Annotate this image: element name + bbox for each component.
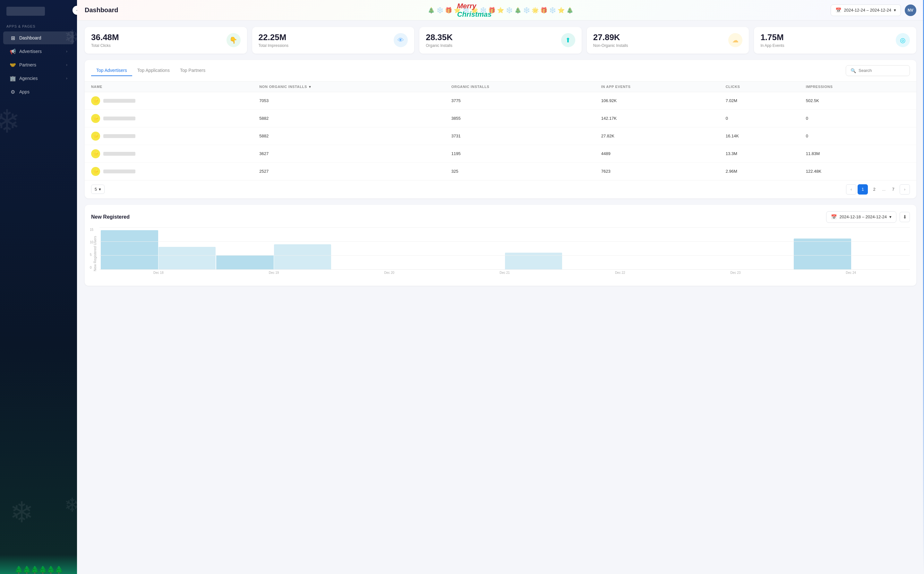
stat-card-non-organic-installs: 27.89K Non-Organic Installs ☁: [587, 27, 749, 54]
tab-top-applications[interactable]: Top Applications: [132, 65, 175, 76]
search-input[interactable]: [858, 68, 905, 73]
data-table: NAMENON ORGANIC INSTALLS▼ORGANIC INSTALL…: [85, 82, 916, 180]
page-title: Dashboard: [85, 6, 118, 14]
sort-icon: ▼: [308, 85, 312, 88]
table-row: ⭐ 2527 325 7623 2.96M 122.48K: [85, 162, 916, 180]
tab-top-advertisers[interactable]: Top Advertisers: [91, 65, 132, 76]
pagination-bar: 5 ▾ ‹12...7›: [85, 180, 916, 199]
cell-name: ⭐: [85, 109, 253, 127]
cell-name: ⭐: [85, 162, 253, 180]
sidebar-item-label: Dashboard: [19, 35, 68, 41]
chart-bar-group: [216, 244, 331, 269]
sidebar-item-advertisers[interactable]: 📢 Advertisers ›: [3, 45, 74, 58]
stat-icon: ☁: [728, 33, 742, 47]
user-avatar[interactable]: NV: [905, 5, 916, 16]
agencies-icon: 🏢: [9, 75, 16, 82]
x-tick: Dec 22: [563, 271, 678, 274]
table-row: ⭐ 5882 3855 142.17K 0 0: [85, 109, 916, 127]
calendar-icon: 📅: [831, 214, 837, 220]
row-avatar: ⭐: [91, 167, 100, 176]
calendar-icon: 📅: [836, 7, 842, 13]
chart-bar: [794, 238, 851, 269]
stat-card-total-impressions: 22.25M Total Impressions 👁: [252, 27, 415, 54]
chevron-right-icon: ›: [66, 49, 68, 54]
sidebar-item-label: Apps: [19, 89, 68, 95]
section-header: New Registered 📅 2024-12-18 – 2024-12-24…: [91, 211, 910, 223]
stat-info: 36.48M Total Clicks: [91, 33, 119, 48]
chart-bar: [274, 244, 332, 269]
chart-bar-group: [794, 238, 908, 269]
per-page-select[interactable]: 5 ▾: [91, 184, 105, 194]
stat-info: 27.89K Non-Organic Installs: [593, 33, 628, 48]
partners-icon: 🤝: [9, 62, 16, 68]
stat-value: 28.35K: [426, 33, 453, 42]
table-tabs: Top AdvertisersTop ApplicationsTop Partn…: [91, 65, 211, 76]
chart-bar: [101, 230, 158, 269]
cell-name: ⭐: [85, 92, 253, 109]
chevron-right-icon: ›: [66, 63, 68, 67]
chevron-down-icon: ▾: [99, 187, 101, 192]
cell-clicks: 7.02M: [719, 92, 800, 109]
cell-organic: 3855: [445, 109, 595, 127]
pagination-next-button[interactable]: ›: [900, 184, 910, 194]
chart-date-range-picker[interactable]: 📅 2024-12-18 – 2024-12-24 ▾: [826, 211, 896, 223]
cell-clicks: 2.96M: [719, 162, 800, 180]
pagination-prev-button[interactable]: ‹: [846, 184, 856, 194]
col-header-in-app-events: IN APP EVENTS: [595, 82, 719, 92]
chart-date-range-value: 2024-12-18 – 2024-12-24: [840, 214, 887, 219]
sidebar-item-agencies[interactable]: 🏢 Agencies ›: [3, 72, 74, 85]
stats-row: 36.48M Total Clicks 👇 22.25M Total Impre…: [85, 27, 916, 54]
stat-label: Non-Organic Installs: [593, 43, 628, 48]
tab-top-partners[interactable]: Top Partners: [175, 65, 211, 76]
pagination-ellipsis: ...: [881, 187, 887, 192]
col-header-organic-installs: ORGANIC INSTALLS: [445, 82, 595, 92]
stat-icon: 👇: [226, 33, 240, 47]
cell-impressions: 122.48K: [800, 162, 916, 180]
pagination-page-2[interactable]: 2: [869, 184, 879, 194]
row-avatar: ⭐: [91, 96, 100, 105]
cell-non-organic: 3627: [253, 145, 445, 162]
cell-impressions: 0: [800, 109, 916, 127]
pagination-page-7[interactable]: 7: [888, 184, 898, 194]
sidebar-item-partners[interactable]: 🤝 Partners ›: [3, 58, 74, 71]
sidebar-item-label: Agencies: [19, 76, 66, 81]
sidebar-item-label: Advertisers: [19, 49, 66, 54]
row-avatar: ⭐: [91, 114, 100, 123]
pagination-controls: ‹12...7›: [846, 184, 910, 194]
search-box[interactable]: 🔍: [846, 65, 910, 76]
sidebar-item-dashboard[interactable]: ⊞ Dashboard: [3, 32, 74, 44]
apps-icon: ⚙: [9, 88, 16, 95]
chart-grid-line: [99, 227, 910, 228]
cell-name: ⭐: [85, 145, 253, 162]
y-tick: 5: [90, 253, 93, 257]
cell-non-organic: 2527: [253, 162, 445, 180]
x-tick: Dec 18: [101, 271, 216, 274]
table-header: Top AdvertisersTop ApplicationsTop Partn…: [85, 60, 916, 82]
stat-value: 36.48M: [91, 33, 119, 42]
dashboard-icon: ⊞: [9, 35, 16, 41]
col-header-name: NAME: [85, 82, 253, 92]
row-name-blurred: [103, 117, 135, 120]
stat-icon: 👁: [394, 33, 408, 47]
row-avatar: ⭐: [91, 149, 100, 158]
sidebar-christmas-art: [0, 555, 77, 574]
download-button[interactable]: ⬇: [900, 212, 910, 222]
col-header-non-organic-installs[interactable]: NON ORGANIC INSTALLS▼: [253, 82, 445, 92]
stat-icon: ⬆: [561, 33, 575, 47]
y-axis-ticks: 051015: [90, 228, 93, 269]
date-range-picker[interactable]: 📅 2024-12-24 – 2024-12-24 ▾: [831, 5, 901, 16]
cell-organic: 3731: [445, 127, 595, 145]
header-decorations: 🎄 ❄️ 🎁 ⭐ ❄️ 🌟 ❄️ 🎁 ⭐ ❄️ 🎄 ❄️ 🌟 🎁 ❄️ ⭐ 🎄: [77, 0, 924, 20]
cell-in-app: 4489: [595, 145, 719, 162]
cell-organic: 3775: [445, 92, 595, 109]
cell-non-organic: 5882: [253, 127, 445, 145]
stat-info: 28.35K Organic Installs: [426, 33, 453, 48]
table-head: NAMENON ORGANIC INSTALLS▼ORGANIC INSTALL…: [85, 82, 916, 92]
col-header-impressions: IMPRESSIONS: [800, 82, 916, 92]
cell-non-organic: 7053: [253, 92, 445, 109]
chart-bars: 051015: [99, 228, 910, 270]
cell-non-organic: 5882: [253, 109, 445, 127]
pagination-page-1[interactable]: 1: [858, 184, 868, 194]
sidebar-item-apps[interactable]: ⚙ Apps: [3, 85, 74, 98]
new-registered-section: New Registered 📅 2024-12-18 – 2024-12-24…: [85, 205, 916, 286]
